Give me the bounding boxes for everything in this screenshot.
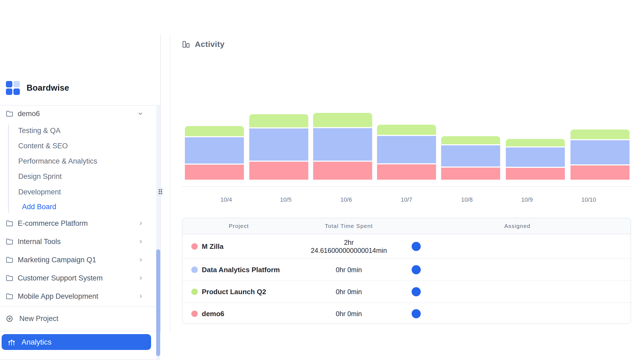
- total-time-cell: 0hr 0min: [295, 266, 402, 274]
- table-row: M Zilla2hr24.616000000000014min: [182, 234, 631, 258]
- time-value-line: 0hr 0min: [295, 310, 402, 318]
- app-root: Boardwise demo6 Testing & QAContent & SE…: [0, 0, 644, 362]
- grip-dot: [159, 189, 160, 190]
- divider: [0, 331, 155, 332]
- sidebar-board-item[interactable]: Development: [18, 187, 61, 197]
- assignee-avatar[interactable]: [412, 265, 421, 274]
- sidebar-project-item[interactable]: Marketing Campaign Q1: [6, 254, 96, 265]
- sidebar-project-item[interactable]: Customer Support System: [6, 273, 103, 283]
- divider: [0, 359, 160, 360]
- table-row: demo60hr 0min: [182, 302, 631, 324]
- stacked-bar-10/8: [441, 136, 500, 180]
- grip-dot: [159, 193, 160, 194]
- stacked-bar-10/7: [377, 125, 436, 180]
- new-project-button[interactable]: New Project: [6, 313, 58, 324]
- sidebar-project-label: Mobile App Development: [18, 292, 98, 301]
- assigned-cell: [402, 287, 631, 296]
- bar-segment-product-launch-q2: [185, 126, 244, 136]
- x-axis-tick-label: 10/4: [221, 196, 232, 203]
- project-cell: Data Analytics Platform: [182, 266, 295, 274]
- project-color-dot: [191, 267, 198, 273]
- add-board-button[interactable]: Add Board: [22, 201, 56, 212]
- sidebar-project-label: Customer Support System: [18, 274, 103, 282]
- x-axis-tick-label: 10/10: [581, 196, 596, 203]
- column-header-assigned: Assigned: [504, 218, 530, 234]
- logo-square: [6, 88, 12, 95]
- bar-segment-data-analytics-platform: [506, 147, 565, 167]
- stacked-bar-10/10: [570, 130, 630, 180]
- chevron-right-icon[interactable]: [138, 239, 144, 244]
- new-project-label: New Project: [19, 315, 58, 323]
- project-color-dot: [191, 311, 198, 317]
- folder-icon: [6, 238, 13, 245]
- table-row: Data Analytics Platform0hr 0min: [182, 258, 631, 280]
- bar-chart-icon: [182, 40, 190, 49]
- assignee-avatar[interactable]: [412, 287, 421, 296]
- bar-segment-product-launch-q2: [377, 125, 436, 135]
- analytics-label: Analytics: [21, 338, 52, 346]
- column-header-project: Project: [229, 218, 249, 234]
- board-item-label: Performance & Analytics: [18, 157, 97, 165]
- chevron-right-icon[interactable]: [138, 221, 144, 226]
- analytics-nav-button[interactable]: Analytics: [2, 334, 151, 350]
- time-value-line: 0hr 0min: [295, 266, 402, 274]
- grip-dot: [161, 191, 162, 192]
- bar-segment-product-launch-q2: [249, 114, 308, 127]
- bar-segment-m-zilla: [249, 162, 308, 180]
- x-axis-tick-label: 10/5: [280, 196, 292, 203]
- brand-name: Boardwise: [27, 83, 69, 93]
- sidebar-scrollbar-thumb[interactable]: [156, 249, 160, 356]
- bar-segment-product-launch-q2: [313, 113, 372, 127]
- chevron-right-icon[interactable]: [138, 294, 144, 299]
- sidebar-project-label: Marketing Campaign Q1: [18, 256, 96, 264]
- board-item-label: Content & SEO: [18, 142, 68, 150]
- folder-icon: [6, 256, 13, 264]
- analytics-chart-icon: [8, 338, 16, 346]
- sidebar-project-item[interactable]: E-commerce Platform: [6, 218, 88, 229]
- folder-icon: [6, 110, 13, 117]
- board-indent-guide: [8, 124, 9, 213]
- logo-square: [13, 88, 20, 95]
- project-name: Data Analytics Platform: [202, 266, 280, 274]
- sidebar-resize-handle[interactable]: [157, 188, 163, 196]
- sidebar-project-item[interactable]: Mobile App Development: [6, 291, 98, 302]
- logo-square: [13, 81, 20, 87]
- sidebar-project-demo6[interactable]: demo6: [6, 108, 40, 119]
- bar-segment-data-analytics-platform: [377, 136, 436, 163]
- time-value-line: 2hr: [295, 238, 402, 246]
- assigned-cell: [402, 265, 631, 274]
- divider: [0, 306, 155, 307]
- board-item-label: Design Sprint: [18, 172, 62, 181]
- bar-segment-m-zilla: [506, 168, 565, 180]
- chevron-down-icon[interactable]: [137, 111, 143, 117]
- activity-header: Activity: [182, 40, 225, 49]
- grip-dot: [161, 193, 162, 194]
- sidebar-project-label: demo6: [18, 110, 40, 118]
- logo-square: [6, 81, 12, 87]
- x-axis-tick-label: 10/8: [461, 196, 473, 203]
- chevron-right-icon[interactable]: [138, 257, 144, 263]
- stacked-bar-10/4: [185, 126, 244, 180]
- x-axis-tick-label: 10/6: [341, 196, 352, 203]
- bar-segment-m-zilla: [185, 165, 244, 180]
- bar-segment-product-launch-q2: [441, 136, 500, 144]
- sidebar-board-item[interactable]: Content & SEO: [18, 141, 68, 151]
- x-axis-tick-label: 10/7: [401, 196, 412, 203]
- assignee-avatar[interactable]: [412, 309, 421, 318]
- divider: [0, 105, 160, 106]
- bar-segment-m-zilla: [313, 162, 372, 180]
- assigned-cell: [402, 242, 631, 251]
- sidebar-project-item[interactable]: Internal Tools: [6, 236, 61, 247]
- sidebar-board-item[interactable]: Performance & Analytics: [18, 156, 97, 167]
- total-time-cell: 2hr24.616000000000014min: [295, 238, 402, 254]
- column-header-total-time: Total Time Spent: [325, 218, 373, 234]
- grip-dot: [159, 191, 160, 192]
- sidebar-board-item[interactable]: Testing & QA: [18, 125, 61, 136]
- time-value-line: 0hr 0min: [295, 288, 402, 296]
- assignee-avatar[interactable]: [412, 242, 421, 251]
- bar-segment-data-analytics-platform: [441, 145, 500, 167]
- total-time-cell: 0hr 0min: [295, 288, 402, 296]
- sidebar-board-item[interactable]: Design Sprint: [18, 171, 62, 182]
- brand[interactable]: Boardwise: [6, 81, 69, 95]
- chevron-right-icon[interactable]: [138, 275, 144, 281]
